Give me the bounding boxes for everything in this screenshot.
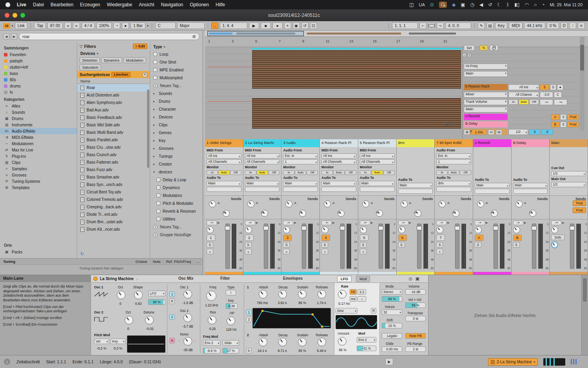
hotswap-icon[interactable]: ◎ [408, 276, 412, 281]
arr-row-select[interactable]: Track Volume [464, 99, 508, 105]
file-Bass Smasher.adv[interactable]: Bass Smasher.adv [77, 173, 150, 181]
routing-slot[interactable] [360, 187, 395, 192]
tag-Modulation[interactable]: Modulation [123, 57, 146, 63]
routing-slot[interactable] [245, 187, 280, 192]
filter-check-Modulators[interactable]: Modulators [150, 191, 203, 199]
automation-line[interactable] [208, 101, 461, 102]
header-cell[interactable]: All Ins [508, 84, 539, 90]
add-filter-icon[interactable]: + [142, 72, 147, 77]
routing-slot[interactable] [475, 189, 510, 194]
fader-value[interactable]: -∞ [551, 220, 561, 225]
device-chain-chooser[interactable]: 2-La String Machine ▾ [488, 358, 538, 366]
send-a-knob[interactable] [362, 200, 369, 208]
collection-drums[interactable]: drums [0, 83, 77, 89]
track-title[interactable]: Main [550, 139, 588, 147]
channel-select[interactable]: All Channels [360, 159, 395, 164]
header-cell[interactable]: Post [567, 122, 579, 128]
lfo-rate-knob[interactable] [338, 290, 347, 299]
send-a-knob[interactable] [324, 200, 331, 208]
quantize-menu[interactable]: 1 Bar [131, 22, 145, 29]
volume-fader[interactable] [532, 224, 536, 269]
play-button[interactable]: ▶ [249, 22, 259, 29]
pb-range-value[interactable]: 2 st [405, 346, 426, 352]
volume-fader[interactable] [225, 224, 230, 269]
device-view-scrollbar[interactable] [581, 275, 588, 355]
send-a-knob[interactable] [515, 200, 523, 208]
pan-knob[interactable] [207, 226, 214, 233]
add-group-button[interactable]: +Gruppe hinzufüge [150, 231, 203, 239]
header-cell[interactable]: 5 [540, 84, 549, 90]
track-activator[interactable]: 3 [283, 235, 292, 241]
night-mode-icon[interactable]: ☾ [497, 2, 501, 7]
record-button[interactable]: ● [272, 22, 283, 29]
routing-slot[interactable] [283, 187, 318, 192]
osc1-shape-mod-select[interactable]: LFO [148, 291, 165, 296]
new-tag-button[interactable]: +Neues Tag... [150, 82, 203, 89]
metronome-icon[interactable]: ◔ [113, 22, 120, 29]
new-tag-button[interactable]: +Neues Tag... [150, 223, 203, 231]
drift-amount[interactable]: 16 % [382, 323, 402, 328]
menu-erzeugen[interactable]: Erzeugen [80, 2, 100, 7]
track-activator[interactable]: 1 [207, 235, 215, 241]
osc1-retrig-button[interactable]: R [169, 299, 175, 304]
input-select[interactable]: Ext. In [436, 153, 471, 158]
volume-fader[interactable] [340, 224, 345, 269]
volume-fader[interactable] [264, 224, 268, 269]
category-Clips[interactable]: ▧Clips [0, 159, 77, 166]
env1-release-knob[interactable] [318, 290, 326, 299]
env2-decay-knob[interactable] [278, 338, 287, 346]
tag-group-Drums[interactable]: ▸Drums [150, 97, 203, 105]
category-Alles[interactable]: ≡Alles [0, 103, 77, 109]
send-a-knob[interactable] [209, 200, 216, 208]
tag-Saturation[interactable]: Saturation [80, 64, 101, 70]
header-cell[interactable]: -∞ [554, 99, 567, 105]
logic-icon[interactable]: ◈ [452, 2, 456, 7]
file-Colored Tremolo.adv[interactable]: Colored Tremolo.adv [77, 196, 150, 203]
noise-next-icon[interactable]: › [194, 339, 195, 343]
browser-forward-button[interactable]: ▶ [11, 33, 17, 40]
collection-stutter+lofi[interactable]: stutter+lofi [0, 64, 77, 70]
routing-slot[interactable] [436, 187, 471, 192]
solo-button[interactable]: S [283, 242, 290, 248]
noise-enable-button[interactable]: N [169, 338, 175, 343]
menu-bearbeiten[interactable]: Bearbeiten [51, 2, 73, 7]
follow-button[interactable]: → [211, 22, 218, 29]
header-cell[interactable]: A [551, 114, 559, 120]
pan-knob[interactable] [513, 226, 520, 233]
filter-slide-amount[interactable]: 27 % [223, 348, 239, 353]
draw-mode-icon[interactable]: ✎ [478, 22, 485, 29]
tab-mod[interactable]: Mod [356, 276, 370, 282]
menu-navigation[interactable]: Navigation [161, 2, 183, 7]
header-cell[interactable]: C [554, 92, 562, 98]
file-Roar[interactable]: Roar [77, 84, 150, 91]
lock-icon[interactable] [490, 45, 498, 51]
filter-env-amount[interactable]: -9.9 % [203, 348, 220, 353]
screen-record-icon[interactable]: ⊙ [430, 2, 434, 7]
tag-group-Tunings[interactable]: ▸Tunings [150, 152, 203, 160]
send-post-toggle[interactable]: Post [573, 208, 586, 213]
tuning-more-button[interactable]: ... [196, 259, 200, 264]
main-out-select[interactable]: 1/2 [551, 182, 586, 187]
tempo-field[interactable]: 87.00 [47, 22, 63, 29]
osc1-oct-knob[interactable] [117, 291, 125, 299]
stop-button[interactable]: ■ [261, 22, 271, 29]
filter-env-select[interactable]: Env 2 [203, 340, 220, 346]
noise-prev-icon[interactable]: ‹ [179, 339, 180, 343]
header-cell[interactable]: 1/2 [508, 129, 528, 135]
zoom-in-icon[interactable]: + [467, 53, 472, 57]
env-loop-icon[interactable]: ↻ [246, 348, 252, 353]
voices-select[interactable]: 32 [382, 310, 402, 315]
legato-button[interactable]: Legato [382, 333, 402, 339]
filter-check-MPE Enabled[interactable]: MPE Enabled [150, 66, 203, 74]
input-select[interactable]: All Ins [360, 153, 395, 158]
file-Drum Bre...uster.adv[interactable]: Drum Bre...uster.adv [77, 218, 150, 226]
volume-fader[interactable] [570, 224, 574, 269]
wifi-icon[interactable]: ◠ [524, 2, 528, 7]
menu-ansicht[interactable]: Ansicht [139, 2, 154, 7]
audio-to-select[interactable]: Main [513, 183, 548, 188]
pan-knob[interactable] [436, 226, 443, 233]
category-Instrumente[interactable]: ▤Instrumente [0, 122, 77, 128]
arm-button[interactable]: ● [321, 249, 328, 254]
env1-select-button[interactable]: 1 [246, 310, 252, 315]
scale-root-select[interactable]: C [155, 22, 176, 29]
